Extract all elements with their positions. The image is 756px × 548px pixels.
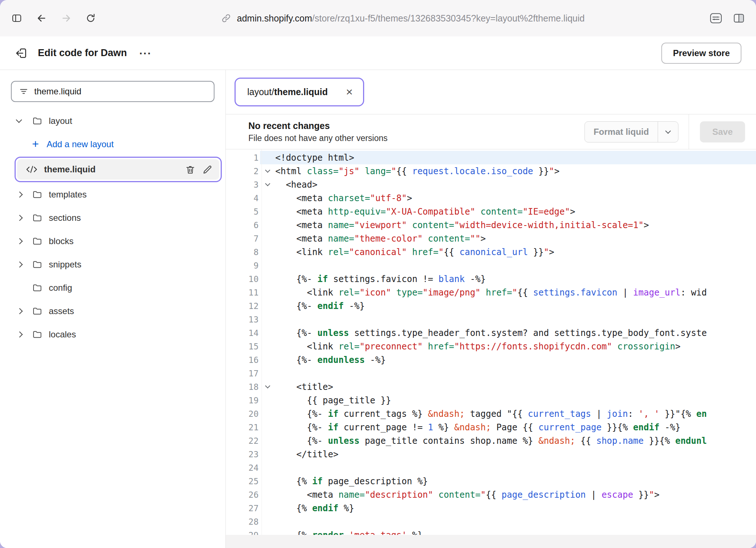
line-number: 7 bbox=[226, 234, 260, 243]
format-dropdown-toggle[interactable] bbox=[658, 122, 678, 142]
code-line[interactable]: 13 bbox=[226, 313, 756, 326]
code-text: {%- if current_page != 1 %} &ndash; Page… bbox=[275, 422, 681, 432]
back-icon[interactable] bbox=[36, 12, 47, 24]
code-line[interactable]: 7 <meta name="theme-color" content=""> bbox=[226, 232, 756, 245]
sidebar-item-snippets[interactable]: snippets bbox=[0, 253, 225, 276]
code-line[interactable]: 16 {%- endunless -%} bbox=[226, 353, 756, 367]
line-number: 15 bbox=[226, 342, 260, 351]
extensions-icon[interactable] bbox=[709, 12, 722, 24]
line-number: 4 bbox=[226, 193, 260, 203]
folder-icon bbox=[32, 259, 49, 270]
code-line[interactable]: 19 {{ page_title }} bbox=[226, 394, 756, 407]
fold-toggle-icon[interactable] bbox=[260, 164, 275, 178]
code-line[interactable]: 20 {%- if current_tags %} &ndash; tagged… bbox=[226, 407, 756, 420]
preview-store-button[interactable]: Preview store bbox=[661, 43, 741, 64]
sidebar-item-templates[interactable]: templates bbox=[0, 183, 225, 206]
code-line[interactable]: 26 <meta name="description" content="{{ … bbox=[226, 488, 756, 501]
edit-icon[interactable] bbox=[202, 164, 213, 175]
code-line[interactable]: 6 <meta name="viewport" content="width=d… bbox=[226, 218, 756, 232]
more-options-button[interactable]: ... bbox=[137, 48, 154, 58]
annotation-highlight-sidebar: theme.liquid bbox=[15, 157, 222, 182]
code-line[interactable]: 17 bbox=[226, 367, 756, 380]
split-view-icon[interactable] bbox=[733, 12, 745, 24]
chevron-right-icon[interactable] bbox=[17, 215, 23, 221]
code-line[interactable]: 12 {%- endif -%} bbox=[226, 299, 756, 313]
file-search-box[interactable] bbox=[11, 81, 214, 102]
code-line[interactable]: 23 </title> bbox=[226, 447, 756, 461]
sidebar-item-config[interactable]: config bbox=[0, 276, 225, 300]
sidebar-item-label: layout bbox=[49, 116, 72, 126]
tab-path-prefix: layout/ bbox=[247, 87, 274, 97]
code-line[interactable]: 4 <meta charset="utf-8"> bbox=[226, 191, 756, 205]
save-button[interactable]: Save bbox=[700, 121, 745, 142]
fold-toggle-icon[interactable] bbox=[260, 178, 275, 191]
reload-icon[interactable] bbox=[85, 13, 96, 24]
editor-toolbar: No recent changes File does not have any… bbox=[226, 114, 756, 149]
add-new-layout-button[interactable]: + Add a new layout bbox=[0, 133, 225, 156]
line-number: 24 bbox=[226, 463, 260, 473]
code-line[interactable]: 15 <link rel="preconnect" href="https://… bbox=[226, 340, 756, 353]
add-layout-label: Add a new layout bbox=[47, 139, 114, 149]
sidebar-item-label: assets bbox=[49, 306, 74, 316]
code-line[interactable]: 21 {%- if current_page != 1 %} &ndash; P… bbox=[226, 420, 756, 434]
sidebar-item-label: templates bbox=[49, 189, 87, 200]
browser-actions bbox=[709, 12, 745, 24]
code-line[interactable]: 2<html class="js" lang="{{ request.local… bbox=[226, 164, 756, 178]
code-line[interactable]: 18 <title> bbox=[226, 380, 756, 394]
search-input[interactable] bbox=[34, 86, 206, 97]
chevron-right-icon[interactable] bbox=[17, 262, 23, 268]
chevron-right-icon[interactable] bbox=[17, 192, 23, 198]
code-text: {%- unless page_title contains shop.name… bbox=[275, 436, 707, 446]
code-text: <!doctype html> bbox=[275, 153, 354, 163]
code-text: <link rel="canonical" href="{{ canonical… bbox=[275, 247, 554, 257]
code-text: <link rel="preconnect" href="https://fon… bbox=[275, 341, 681, 352]
chevron-down-icon[interactable] bbox=[16, 117, 22, 123]
sidebar-item-sections[interactable]: sections bbox=[0, 206, 225, 230]
code-line[interactable]: 25 {% if page_description %} bbox=[226, 474, 756, 488]
annotation-highlight-tab: layout/theme.liquid × bbox=[235, 78, 364, 106]
code-text: <head> bbox=[275, 180, 318, 190]
code-line[interactable]: 3 <head> bbox=[226, 178, 756, 191]
folder-icon bbox=[32, 306, 49, 316]
sidebar-item-locales[interactable]: locales bbox=[0, 323, 225, 346]
line-number: 19 bbox=[226, 396, 260, 405]
sidebar-item-blocks[interactable]: blocks bbox=[0, 230, 225, 253]
code-line[interactable]: 11 <link rel="icon" type="image/png" hre… bbox=[226, 286, 756, 299]
delete-icon[interactable] bbox=[185, 164, 196, 175]
code-line[interactable]: 8 <link rel="canonical" href="{{ canonic… bbox=[226, 245, 756, 259]
fold-toggle-icon[interactable] bbox=[260, 380, 275, 394]
code-line[interactable]: 22 {%- unless page_title contains shop.n… bbox=[226, 434, 756, 447]
code-line[interactable]: 29 {% render 'meta-tags' %} bbox=[226, 528, 756, 535]
forward-icon[interactable] bbox=[60, 12, 72, 24]
close-icon[interactable]: × bbox=[346, 87, 353, 97]
code-line[interactable]: 28 bbox=[226, 515, 756, 528]
chevron-right-icon[interactable] bbox=[17, 308, 23, 314]
tab-theme-liquid[interactable]: layout/theme.liquid bbox=[247, 87, 328, 97]
sidebar-item-theme-liquid[interactable]: theme.liquid bbox=[17, 159, 219, 180]
folder-icon bbox=[32, 189, 49, 200]
line-number: 18 bbox=[226, 382, 260, 392]
browser-nav bbox=[11, 12, 96, 24]
sidebar-item-assets[interactable]: assets bbox=[0, 300, 225, 323]
line-number: 9 bbox=[226, 261, 260, 270]
format-liquid-button[interactable]: Format liquid bbox=[584, 121, 678, 142]
code-editor[interactable]: 1<!doctype html>2<html class="js" lang="… bbox=[226, 149, 756, 535]
code-line[interactable]: 10 {%- if settings.favicon != blank -%} bbox=[226, 272, 756, 286]
chevron-right-icon[interactable] bbox=[17, 238, 23, 244]
line-number: 8 bbox=[226, 247, 260, 257]
sidebar-item-layout[interactable]: layout bbox=[0, 109, 225, 133]
code-line[interactable]: 9 bbox=[226, 259, 756, 272]
sidebar-toggle-icon[interactable] bbox=[11, 12, 23, 24]
browser-window: admin.shopify.com/store/rzq1xu-f5/themes… bbox=[0, 0, 756, 548]
code-text: <meta name="description" content="{{ pag… bbox=[275, 490, 659, 500]
code-line[interactable]: 24 bbox=[226, 461, 756, 474]
exit-icon[interactable] bbox=[15, 47, 28, 60]
code-line[interactable]: 27 {% endif %} bbox=[226, 501, 756, 515]
code-line[interactable]: 14 {%- unless settings.type_header_font.… bbox=[226, 326, 756, 340]
code-line[interactable]: 1<!doctype html> bbox=[226, 151, 756, 164]
chevron-right-icon[interactable] bbox=[17, 332, 23, 338]
code-line[interactable]: 5 <meta http-equiv="X-UA-Compatible" con… bbox=[226, 205, 756, 218]
code-text: {% endif %} bbox=[275, 503, 354, 513]
line-number: 17 bbox=[226, 369, 260, 378]
address-bar[interactable]: admin.shopify.com/store/rzq1xu-f5/themes… bbox=[100, 13, 706, 24]
